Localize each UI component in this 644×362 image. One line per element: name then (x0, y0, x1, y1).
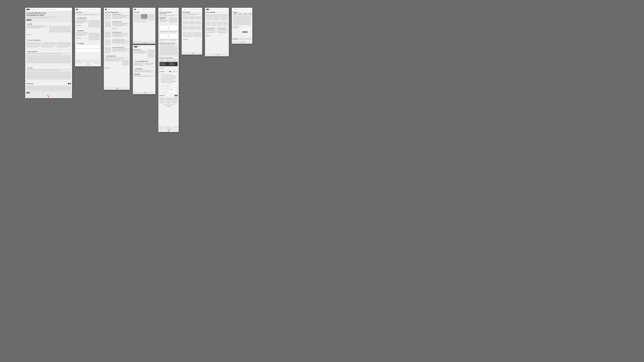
submit-btn[interactable] (242, 31, 248, 32)
hero-cta[interactable] (26, 19, 31, 20)
dot[interactable] (168, 129, 168, 130)
nav-item[interactable] (94, 9, 96, 9)
dot[interactable] (116, 88, 117, 89)
dot[interactable] (241, 42, 242, 43)
dot[interactable] (191, 53, 191, 54)
nav-item[interactable] (116, 9, 118, 9)
dot[interactable] (145, 42, 146, 43)
dot[interactable] (170, 129, 170, 130)
nav-item[interactable] (112, 9, 115, 9)
nav-item[interactable] (90, 9, 93, 9)
footer-link[interactable] (76, 63, 82, 63)
expand-icon[interactable] (176, 91, 177, 92)
footer-link[interactable] (94, 63, 100, 63)
nav-item[interactable] (142, 9, 144, 9)
dot[interactable] (216, 55, 216, 55)
dot[interactable] (218, 55, 218, 55)
prev-btn[interactable] (174, 95, 176, 96)
dna-btn[interactable] (26, 34, 31, 35)
nav-item[interactable] (97, 9, 100, 9)
nav-item[interactable] (51, 9, 53, 9)
expand-icon[interactable] (176, 86, 177, 87)
filter-opt[interactable] (176, 71, 178, 72)
dot[interactable] (115, 88, 116, 89)
dot[interactable] (167, 129, 167, 130)
next-btn[interactable] (176, 95, 178, 96)
nav-item[interactable] (150, 46, 153, 47)
nav-item[interactable] (148, 9, 151, 9)
dot[interactable] (88, 64, 88, 64)
nav-item[interactable] (225, 9, 228, 9)
footer-link[interactable] (160, 128, 163, 128)
dot[interactable] (87, 64, 88, 64)
form-input[interactable] (242, 26, 252, 27)
filter-btn[interactable] (169, 71, 170, 72)
form-input[interactable] (242, 27, 252, 28)
dot[interactable] (215, 55, 215, 55)
expand-icon[interactable] (176, 73, 177, 75)
cred-item-collapsed[interactable]: Risk Compliance Streaming (160, 91, 178, 93)
dot[interactable] (142, 92, 143, 93)
form-textarea[interactable] (242, 28, 252, 30)
nav-item[interactable] (44, 9, 46, 9)
footer-link[interactable] (85, 63, 91, 63)
filter-opt[interactable] (173, 71, 175, 72)
nav-item[interactable] (165, 9, 168, 9)
mission-btn[interactable] (76, 38, 81, 39)
nav-item[interactable] (176, 9, 178, 9)
dot[interactable] (49, 95, 50, 96)
tab-item[interactable] (243, 13, 248, 14)
nav-item[interactable] (84, 9, 86, 9)
nav-item[interactable] (37, 9, 40, 9)
nav-item[interactable] (145, 9, 148, 9)
dot[interactable] (118, 88, 119, 89)
dot[interactable] (192, 53, 192, 54)
nav-item[interactable] (172, 9, 175, 9)
dot[interactable] (217, 55, 217, 55)
dot[interactable] (219, 55, 219, 55)
dot[interactable] (244, 42, 244, 43)
footer-link[interactable] (174, 127, 178, 128)
nav-item[interactable] (119, 9, 122, 9)
cred-item-collapsed[interactable]: Architecture Data Governance (CAT) (DAT) (160, 88, 178, 90)
prev-btn[interactable] (68, 83, 69, 84)
nav-item[interactable] (54, 9, 57, 9)
nav-item[interactable] (169, 9, 172, 9)
filter-opt[interactable] (171, 71, 173, 72)
dot[interactable] (143, 42, 144, 43)
tab-item[interactable] (233, 13, 238, 14)
tab-item[interactable] (238, 13, 243, 14)
nav-item[interactable] (144, 46, 146, 47)
nav-item[interactable] (196, 9, 198, 9)
dot[interactable] (146, 92, 146, 93)
nav-item[interactable] (147, 46, 150, 47)
cred-item-header[interactable]: Principal Data/Functional Engineering (160, 73, 177, 75)
bg-btn[interactable] (76, 25, 81, 26)
nav-item[interactable] (222, 9, 224, 9)
nav-item[interactable] (40, 9, 43, 9)
dot[interactable] (117, 88, 118, 89)
dot[interactable] (242, 42, 242, 43)
dot[interactable] (48, 95, 49, 96)
nav-item[interactable] (215, 9, 218, 9)
arch-btn[interactable] (112, 28, 117, 29)
vp-btn[interactable] (105, 67, 110, 68)
dot[interactable] (144, 92, 144, 93)
dot[interactable] (243, 42, 244, 43)
nav-item[interactable] (239, 9, 242, 9)
nav-item[interactable] (218, 9, 221, 9)
footer-link[interactable] (167, 128, 170, 128)
etl-btn[interactable] (160, 67, 164, 68)
dot[interactable] (144, 92, 145, 93)
nav-item[interactable] (249, 9, 252, 9)
nav-item[interactable] (126, 9, 129, 9)
next-btn[interactable] (70, 83, 71, 84)
nav-item[interactable] (246, 9, 248, 9)
dot[interactable] (144, 42, 144, 43)
nav-item[interactable] (122, 9, 125, 9)
expand-icon[interactable] (176, 88, 177, 89)
nav-item[interactable] (242, 9, 245, 9)
nav-item[interactable] (192, 9, 195, 9)
dot[interactable] (240, 42, 240, 43)
footer-link[interactable] (160, 127, 163, 128)
